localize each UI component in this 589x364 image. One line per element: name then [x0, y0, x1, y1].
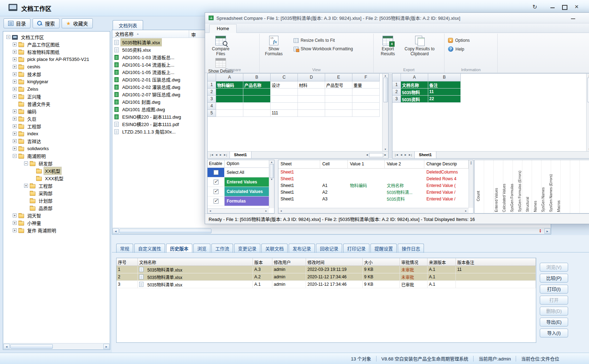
history-column-header[interactable]: 修改用户	[272, 258, 306, 266]
action-button[interactable]: 浏览(V)	[540, 263, 568, 272]
tree-item[interactable]: 工程部	[4, 123, 109, 130]
tree-item[interactable]: XX机型	[4, 167, 109, 175]
tree-item[interactable]: 采购部	[4, 189, 109, 197]
grid-corner[interactable]	[392, 74, 401, 81]
row-header[interactable]: 3	[392, 96, 401, 103]
column-header[interactable]: E	[325, 74, 352, 81]
expand-icon[interactable]	[13, 154, 17, 158]
detail-tab[interactable]: 工作流	[211, 244, 233, 253]
expand-icon[interactable]	[13, 72, 17, 76]
history-column-header[interactable]: 审批情况	[400, 258, 427, 266]
close-button[interactable]	[571, 2, 583, 12]
sheet-horizontal-scrollbar[interactable]	[366, 152, 388, 158]
file1-vertical-scrollbar[interactable]	[382, 74, 388, 151]
tab-home[interactable]: Home	[209, 24, 237, 33]
scroll-up-icon[interactable]	[384, 74, 387, 77]
compare-files-button[interactable]: Compare Files	[208, 34, 233, 57]
tab-document-list[interactable]: 文档列表	[113, 20, 143, 30]
scroll-right-icon[interactable]	[103, 344, 109, 349]
next-sheet-icon[interactable]	[219, 153, 222, 157]
cell-B3[interactable]: 22	[428, 96, 461, 103]
cell-B2[interactable]: 11	[428, 89, 461, 96]
table-row[interactable]: 3 5035物料清单.xlsx A.1 admin 2020-11-12 17:…	[117, 281, 536, 288]
result-row[interactable]: Sheet1 Deleted Rows 4	[278, 175, 469, 182]
prev-sheet-icon[interactable]	[215, 153, 218, 157]
history-column-header[interactable]: 来源版本	[427, 258, 456, 266]
sheet-tab[interactable]: Sheet1	[230, 152, 251, 158]
first-sheet-icon[interactable]	[395, 153, 398, 157]
expand-icon[interactable]	[13, 57, 17, 61]
column-header-name[interactable]: 文档名称	[112, 30, 134, 37]
option-label[interactable]: Select All	[225, 168, 269, 177]
cell-C1[interactable]: 设计	[271, 81, 298, 89]
column-header[interactable]: A	[216, 74, 243, 81]
action-button[interactable]: 比较(P)	[540, 274, 568, 283]
scroll-right-icon[interactable]	[544, 228, 550, 234]
results-column-header[interactable]: Change Descrip	[424, 160, 469, 168]
detail-tab[interactable]: 自定义属性	[134, 244, 165, 253]
expand-icon[interactable]	[13, 221, 17, 225]
results-column-header[interactable]: Cell	[320, 160, 348, 168]
refresh-icon[interactable]	[529, 2, 541, 12]
result-row[interactable]: Sheet1 DeletedColumns	[278, 169, 469, 175]
detail-tab[interactable]: 常规	[116, 244, 133, 253]
row-header[interactable]: 5	[208, 110, 216, 117]
expand-icon[interactable]	[24, 161, 28, 165]
tree-item[interactable]: 标准物料库图纸	[4, 48, 109, 56]
options-vertical-scrollbar[interactable]	[269, 160, 274, 208]
tree-item[interactable]: 小神童	[4, 219, 109, 227]
history-column-header[interactable]: 版本备注	[456, 258, 536, 266]
option-label[interactable]: Formulas	[225, 197, 269, 206]
tree-item[interactable]: 南浦照明	[4, 152, 109, 160]
column-header[interactable]: D	[298, 74, 325, 81]
scrollbar-thumb[interactable]	[270, 164, 274, 178]
expand-icon[interactable]	[13, 214, 17, 217]
scrollbar-thumb[interactable]	[119, 229, 211, 233]
detail-tab[interactable]: 变更记录	[234, 244, 260, 253]
cell-B1[interactable]: 备注	[428, 81, 461, 89]
tree-item[interactable]: 编码	[4, 108, 109, 115]
history-column-header[interactable]: 文档名称	[138, 258, 253, 266]
document-list-horizontal-scrollbar[interactable]: ▲▼	[113, 228, 550, 234]
action-button[interactable]: 打印(I)	[540, 285, 568, 294]
option-row[interactable]: Formulas	[208, 197, 269, 206]
option-row[interactable]: Entered Values	[208, 177, 269, 187]
results-vertical-scrollbar[interactable]	[469, 160, 473, 208]
detail-tab[interactable]: 操作日志	[398, 244, 424, 253]
expand-icon[interactable]	[13, 139, 17, 143]
tree-item[interactable]: 文档工作区	[4, 33, 109, 41]
history-column-header[interactable]: 大小	[363, 258, 400, 266]
cell-A2[interactable]	[216, 89, 243, 96]
resize-cells-button[interactable]: Resize Cells to Fit	[294, 38, 353, 43]
detail-tab[interactable]: 关联文档	[261, 244, 288, 253]
action-button[interactable]: 打开	[540, 296, 568, 305]
expand-icon[interactable]	[13, 80, 17, 84]
search-button[interactable]: 搜索	[33, 18, 60, 28]
row-header[interactable]: 3	[208, 96, 216, 103]
cell-D1[interactable]: 材料	[298, 81, 325, 89]
cell-A1[interactable]: 文档名称	[401, 81, 428, 89]
tree-item[interactable]: pick place for AP-RT5350-V21	[4, 56, 109, 63]
column-header-approval[interactable]: 审	[189, 30, 196, 38]
history-column-header[interactable]: 版本	[253, 258, 272, 266]
export-results-button[interactable]: Export Results	[375, 34, 401, 57]
expand-icon[interactable]	[13, 124, 17, 128]
expand-icon[interactable]	[13, 228, 17, 232]
option-label[interactable]: Entered Values	[225, 177, 269, 187]
results-column-header[interactable]: Value 2	[385, 160, 424, 168]
checkbox[interactable]	[214, 189, 219, 194]
tree-item[interactable]: 复件 南浦照明	[4, 227, 109, 234]
catalog-button[interactable]: 目录	[4, 18, 30, 28]
options-button[interactable]: Options	[448, 38, 470, 43]
cell-B2[interactable]	[243, 89, 271, 96]
scrollbar-thumb[interactable]	[10, 344, 53, 349]
tree-item[interactable]: 计划部	[4, 197, 109, 204]
expand-icon[interactable]	[13, 87, 17, 91]
scrollbar-thumb[interactable]	[587, 78, 589, 102]
scroll-down-icon[interactable]	[271, 178, 273, 181]
tree-item[interactable]: 吉祥达	[4, 137, 109, 145]
column-header[interactable]: B	[428, 74, 461, 81]
scroll-down-icon[interactable]	[384, 148, 387, 150]
tree-item[interactable]: 普通文件夹	[4, 100, 109, 108]
tree-item[interactable]: 产品工作区图纸	[4, 41, 109, 48]
